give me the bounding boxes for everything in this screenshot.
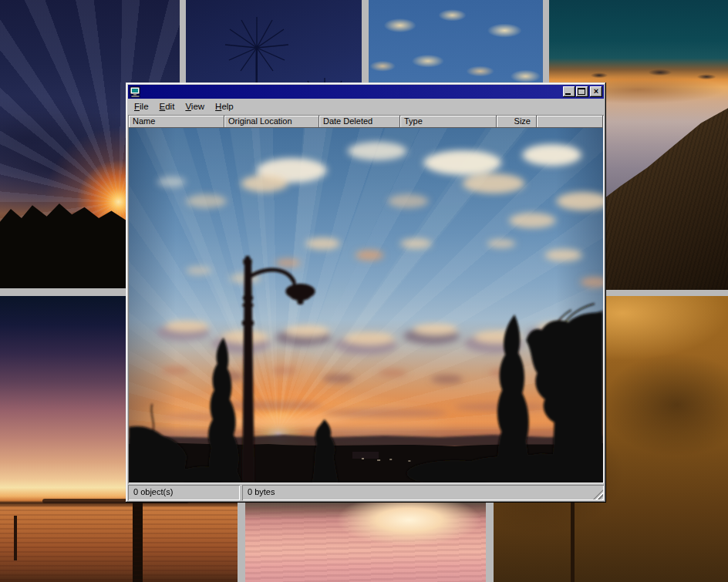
- computer-icon[interactable]: [130, 86, 142, 98]
- menu-file[interactable]: File: [129, 100, 154, 113]
- status-bar: 0 object(s) 0 bytes: [128, 485, 604, 500]
- close-icon: ×: [590, 86, 602, 97]
- menu-view[interactable]: View: [180, 100, 210, 113]
- maximize-icon: [578, 88, 585, 95]
- water-pole-silhouette: [14, 516, 17, 560]
- close-button[interactable]: ×: [590, 86, 602, 97]
- file-list-client-area: Name Original Location Date Deleted Type…: [128, 115, 604, 483]
- menu-bar: File Edit View Help: [128, 99, 604, 115]
- menu-help[interactable]: Help: [210, 100, 239, 113]
- column-header-empty[interactable]: [537, 116, 603, 128]
- window-titlebar[interactable]: ×: [128, 85, 604, 99]
- status-object-count: 0 object(s): [128, 485, 240, 500]
- maximize-button[interactable]: [576, 86, 588, 97]
- water-pole-silhouette: [133, 493, 143, 582]
- file-list-area[interactable]: [129, 128, 603, 483]
- column-header-row: Name Original Location Date Deleted Type…: [129, 116, 603, 128]
- minimize-button[interactable]: [563, 86, 575, 97]
- sunset-photo-overlay: [129, 128, 603, 483]
- column-header-name[interactable]: Name: [129, 116, 224, 128]
- recycle-bin-window: × File Edit View Help Name Original Loca…: [126, 82, 606, 503]
- minimize-icon: [565, 93, 571, 95]
- sun-rays: [144, 128, 528, 433]
- menu-edit[interactable]: Edit: [154, 100, 180, 113]
- column-header-type[interactable]: Type: [400, 116, 497, 128]
- column-header-size[interactable]: Size: [497, 116, 537, 128]
- column-header-date-deleted[interactable]: Date Deleted: [319, 116, 400, 128]
- status-byte-count: 0 bytes: [242, 485, 604, 500]
- column-header-original-location[interactable]: Original Location: [224, 116, 319, 128]
